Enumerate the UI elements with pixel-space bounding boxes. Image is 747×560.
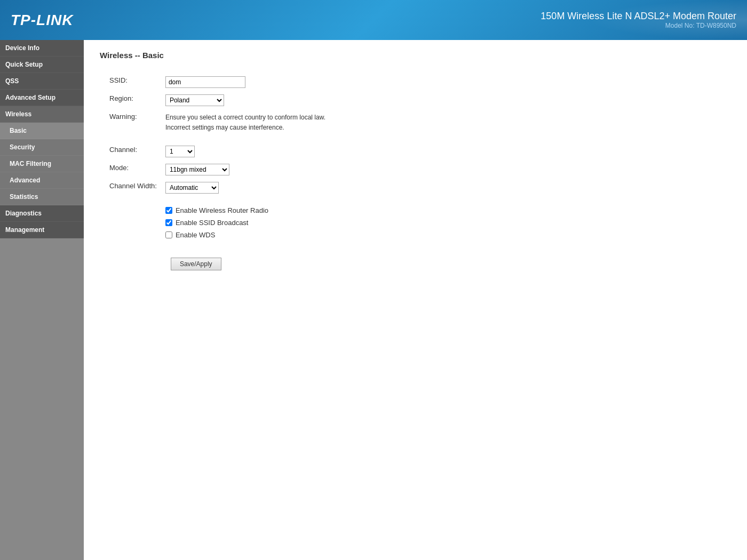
sidebar-item-advanced-setup[interactable]: Advanced Setup — [0, 90, 84, 106]
enable-ssid-checkbox[interactable] — [165, 219, 172, 226]
sidebar-item-mac-filtering[interactable]: MAC Filtering — [0, 156, 84, 172]
enable-wireless-checkbox[interactable] — [165, 207, 172, 214]
channel-width-select[interactable]: Automatic 20MHz 40MHz — [165, 182, 219, 194]
sidebar-item-basic[interactable]: Basic — [0, 123, 84, 139]
enable-wds-checkbox[interactable] — [165, 231, 172, 238]
sidebar-item-advanced[interactable]: Advanced — [0, 172, 84, 189]
sidebar-item-security[interactable]: Security — [0, 139, 84, 156]
settings-form: SSID: Region: Poland United States Europ… — [105, 73, 330, 274]
sidebar-item-management[interactable]: Management — [0, 222, 84, 238]
ssid-label: SSID: — [105, 73, 161, 91]
warning-text: Ensure you select a correct country to c… — [165, 113, 325, 133]
enable-ssid-row: Enable SSID Broadcast — [165, 219, 325, 227]
enable-wireless-label: Enable Wireless Router Radio — [176, 206, 268, 214]
page-title: Wireless -- Basic — [100, 51, 731, 62]
header: TP-LINK 150M Wireless Lite N ADSL2+ Mode… — [0, 0, 747, 40]
save-apply-button[interactable]: Save/Apply — [171, 258, 221, 270]
enable-wds-row: Enable WDS — [165, 231, 325, 239]
enable-wireless-row: Enable Wireless Router Radio — [165, 206, 325, 214]
sidebar-item-device-info[interactable]: Device Info — [0, 40, 84, 57]
channel-width-label: Channel Width: — [105, 179, 161, 197]
mode-label: Mode: — [105, 161, 161, 179]
region-select[interactable]: Poland United States Europe Japan China — [165, 94, 224, 106]
channel-label: Channel: — [105, 142, 161, 161]
product-name: 150M Wireless Lite N ADSL2+ Modem Router — [541, 11, 736, 22]
enable-ssid-label: Enable SSID Broadcast — [176, 219, 249, 227]
sidebar-item-wireless[interactable]: Wireless — [0, 106, 84, 123]
header-model: 150M Wireless Lite N ADSL2+ Modem Router… — [541, 11, 736, 29]
sidebar-item-qss[interactable]: QSS — [0, 73, 84, 90]
ssid-input[interactable] — [165, 76, 245, 88]
sidebar-item-diagnostics[interactable]: Diagnostics — [0, 205, 84, 222]
main-layout: Device Info Quick Setup QSS Advanced Set… — [0, 40, 747, 560]
model-number: Model No: TD-W8950ND — [541, 22, 736, 29]
main-content: Wireless -- Basic SSID: Region: Poland U… — [84, 40, 747, 560]
logo: TP-LINK — [11, 12, 73, 29]
sidebar-item-statistics[interactable]: Statistics — [0, 189, 84, 205]
region-label: Region: — [105, 91, 161, 109]
enable-wds-label: Enable WDS — [176, 231, 215, 239]
sidebar: Device Info Quick Setup QSS Advanced Set… — [0, 40, 84, 560]
sidebar-item-quick-setup[interactable]: Quick Setup — [0, 57, 84, 73]
channel-select[interactable]: 1 2345 6789 10111213 Auto — [165, 146, 195, 157]
mode-select[interactable]: 11bgn mixed 11bg mixed 11b only 11g only… — [165, 164, 229, 175]
warning-label: Warning: — [105, 109, 161, 136]
